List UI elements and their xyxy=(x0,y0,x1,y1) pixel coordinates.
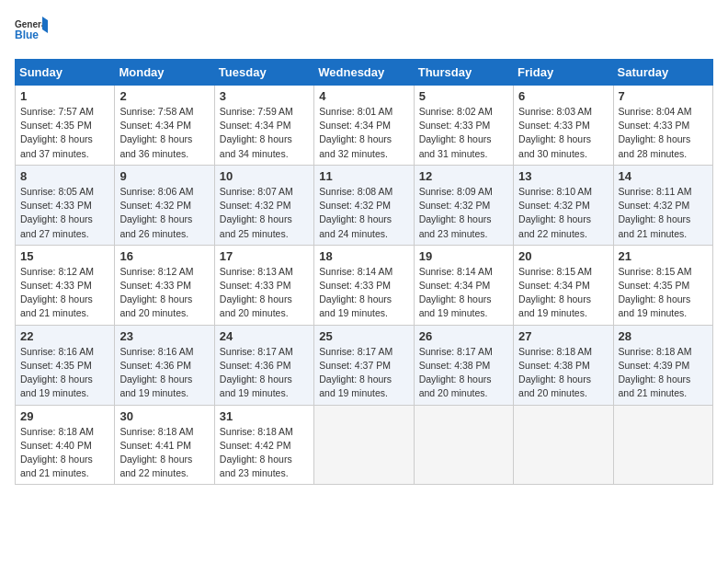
calendar-day-cell: 16Sunrise: 8:12 AM Sunset: 4:33 PM Dayli… xyxy=(115,245,214,325)
logo-container: General Blue xyxy=(15,15,48,48)
day-number: 14 xyxy=(619,169,708,183)
day-info: Sunrise: 8:01 AM Sunset: 4:34 PM Dayligh… xyxy=(319,105,408,161)
day-info: Sunrise: 8:10 AM Sunset: 4:32 PM Dayligh… xyxy=(518,185,608,241)
day-info: Sunrise: 8:03 AM Sunset: 4:33 PM Dayligh… xyxy=(518,105,608,161)
day-number: 4 xyxy=(319,89,408,103)
day-info: Sunrise: 8:14 AM Sunset: 4:34 PM Dayligh… xyxy=(419,265,508,321)
calendar-day-cell: 31Sunrise: 8:18 AM Sunset: 4:42 PM Dayli… xyxy=(214,405,313,485)
day-number: 20 xyxy=(518,249,608,263)
calendar-day-cell: 20Sunrise: 8:15 AM Sunset: 4:34 PM Dayli… xyxy=(514,245,613,325)
day-info: Sunrise: 8:17 AM Sunset: 4:36 PM Dayligh… xyxy=(220,345,309,401)
day-info: Sunrise: 8:18 AM Sunset: 4:39 PM Dayligh… xyxy=(619,345,708,401)
day-info: Sunrise: 8:17 AM Sunset: 4:38 PM Dayligh… xyxy=(419,345,508,401)
day-number: 28 xyxy=(619,329,708,343)
calendar-day-cell: 10Sunrise: 8:07 AM Sunset: 4:32 PM Dayli… xyxy=(214,165,313,245)
day-info: Sunrise: 8:15 AM Sunset: 4:35 PM Dayligh… xyxy=(619,265,708,321)
calendar-day-cell xyxy=(514,405,613,485)
day-number: 6 xyxy=(518,89,608,103)
calendar-day-cell: 1Sunrise: 7:57 AM Sunset: 4:35 PM Daylig… xyxy=(16,86,115,166)
day-number: 31 xyxy=(220,409,309,423)
day-info: Sunrise: 8:15 AM Sunset: 4:34 PM Dayligh… xyxy=(518,265,608,321)
calendar-day-cell: 29Sunrise: 8:18 AM Sunset: 4:40 PM Dayli… xyxy=(16,405,115,485)
weekday-header-friday: Friday xyxy=(514,60,613,86)
day-number: 15 xyxy=(20,249,109,263)
day-info: Sunrise: 8:18 AM Sunset: 4:41 PM Dayligh… xyxy=(119,425,209,481)
day-info: Sunrise: 8:05 AM Sunset: 4:33 PM Dayligh… xyxy=(20,185,109,241)
day-info: Sunrise: 8:06 AM Sunset: 4:32 PM Dayligh… xyxy=(119,185,209,241)
day-number: 30 xyxy=(119,409,209,423)
day-info: Sunrise: 7:59 AM Sunset: 4:34 PM Dayligh… xyxy=(220,105,309,161)
day-info: Sunrise: 8:13 AM Sunset: 4:33 PM Dayligh… xyxy=(220,265,309,321)
day-number: 24 xyxy=(220,329,309,343)
day-info: Sunrise: 8:02 AM Sunset: 4:33 PM Dayligh… xyxy=(419,105,508,161)
day-number: 23 xyxy=(119,329,209,343)
weekday-header-thursday: Thursday xyxy=(414,60,513,86)
calendar-day-cell: 13Sunrise: 8:10 AM Sunset: 4:32 PM Dayli… xyxy=(514,165,613,245)
logo: General Blue xyxy=(15,15,48,48)
page-header: General Blue xyxy=(15,15,713,48)
calendar-day-cell: 23Sunrise: 8:16 AM Sunset: 4:36 PM Dayli… xyxy=(115,325,214,405)
day-number: 17 xyxy=(220,249,309,263)
calendar-day-cell: 25Sunrise: 8:17 AM Sunset: 4:37 PM Dayli… xyxy=(314,325,414,405)
calendar-day-cell: 26Sunrise: 8:17 AM Sunset: 4:38 PM Dayli… xyxy=(414,325,513,405)
day-info: Sunrise: 8:08 AM Sunset: 4:32 PM Dayligh… xyxy=(319,185,408,241)
day-info: Sunrise: 7:58 AM Sunset: 4:34 PM Dayligh… xyxy=(119,105,209,161)
weekday-header-saturday: Saturday xyxy=(613,60,712,86)
day-info: Sunrise: 8:11 AM Sunset: 4:32 PM Dayligh… xyxy=(619,185,708,241)
calendar-day-cell: 9Sunrise: 8:06 AM Sunset: 4:32 PM Daylig… xyxy=(115,165,214,245)
calendar-week-row: 22Sunrise: 8:16 AM Sunset: 4:35 PM Dayli… xyxy=(16,325,713,405)
calendar-day-cell xyxy=(314,405,414,485)
day-info: Sunrise: 8:07 AM Sunset: 4:32 PM Dayligh… xyxy=(220,185,309,241)
weekday-header-monday: Monday xyxy=(115,60,214,86)
calendar-table: SundayMondayTuesdayWednesdayThursdayFrid… xyxy=(15,59,713,485)
day-info: Sunrise: 8:12 AM Sunset: 4:33 PM Dayligh… xyxy=(119,265,209,321)
calendar-day-cell: 18Sunrise: 8:14 AM Sunset: 4:33 PM Dayli… xyxy=(314,245,414,325)
day-number: 19 xyxy=(419,249,508,263)
day-info: Sunrise: 8:09 AM Sunset: 4:32 PM Dayligh… xyxy=(419,185,508,241)
calendar-week-row: 15Sunrise: 8:12 AM Sunset: 4:33 PM Dayli… xyxy=(16,245,713,325)
calendar-week-row: 29Sunrise: 8:18 AM Sunset: 4:40 PM Dayli… xyxy=(16,405,713,485)
day-info: Sunrise: 8:16 AM Sunset: 4:36 PM Dayligh… xyxy=(119,345,209,401)
day-info: Sunrise: 8:18 AM Sunset: 4:42 PM Dayligh… xyxy=(220,425,309,481)
day-number: 18 xyxy=(319,249,408,263)
day-number: 21 xyxy=(619,249,708,263)
day-number: 3 xyxy=(220,89,309,103)
svg-text:Blue: Blue xyxy=(15,29,39,41)
calendar-day-cell: 30Sunrise: 8:18 AM Sunset: 4:41 PM Dayli… xyxy=(115,405,214,485)
day-info: Sunrise: 8:12 AM Sunset: 4:33 PM Dayligh… xyxy=(20,265,109,321)
weekday-header-row: SundayMondayTuesdayWednesdayThursdayFrid… xyxy=(16,60,713,86)
day-info: Sunrise: 8:18 AM Sunset: 4:40 PM Dayligh… xyxy=(20,425,109,481)
day-number: 5 xyxy=(419,89,508,103)
calendar-week-row: 8Sunrise: 8:05 AM Sunset: 4:33 PM Daylig… xyxy=(16,165,713,245)
day-number: 8 xyxy=(20,169,109,183)
weekday-header-sunday: Sunday xyxy=(16,60,115,86)
logo-icon: General Blue xyxy=(15,15,48,48)
calendar-day-cell: 17Sunrise: 8:13 AM Sunset: 4:33 PM Dayli… xyxy=(214,245,313,325)
day-number: 25 xyxy=(319,329,408,343)
day-info: Sunrise: 8:16 AM Sunset: 4:35 PM Dayligh… xyxy=(20,345,109,401)
calendar-day-cell xyxy=(613,405,712,485)
calendar-day-cell: 3Sunrise: 7:59 AM Sunset: 4:34 PM Daylig… xyxy=(214,86,313,166)
weekday-header-tuesday: Tuesday xyxy=(214,60,313,86)
calendar-week-row: 1Sunrise: 7:57 AM Sunset: 4:35 PM Daylig… xyxy=(16,86,713,166)
calendar-day-cell: 28Sunrise: 8:18 AM Sunset: 4:39 PM Dayli… xyxy=(613,325,712,405)
day-info: Sunrise: 8:04 AM Sunset: 4:33 PM Dayligh… xyxy=(619,105,708,161)
calendar-day-cell: 2Sunrise: 7:58 AM Sunset: 4:34 PM Daylig… xyxy=(115,86,214,166)
day-number: 26 xyxy=(419,329,508,343)
day-info: Sunrise: 7:57 AM Sunset: 4:35 PM Dayligh… xyxy=(20,105,109,161)
calendar-day-cell: 8Sunrise: 8:05 AM Sunset: 4:33 PM Daylig… xyxy=(16,165,115,245)
weekday-header-wednesday: Wednesday xyxy=(314,60,414,86)
calendar-day-cell: 6Sunrise: 8:03 AM Sunset: 4:33 PM Daylig… xyxy=(514,86,613,166)
calendar-day-cell xyxy=(414,405,513,485)
calendar-day-cell: 15Sunrise: 8:12 AM Sunset: 4:33 PM Dayli… xyxy=(16,245,115,325)
calendar-day-cell: 21Sunrise: 8:15 AM Sunset: 4:35 PM Dayli… xyxy=(613,245,712,325)
day-number: 11 xyxy=(319,169,408,183)
calendar-day-cell: 7Sunrise: 8:04 AM Sunset: 4:33 PM Daylig… xyxy=(613,86,712,166)
day-number: 22 xyxy=(20,329,109,343)
calendar-day-cell: 24Sunrise: 8:17 AM Sunset: 4:36 PM Dayli… xyxy=(214,325,313,405)
day-number: 13 xyxy=(518,169,608,183)
day-number: 16 xyxy=(119,249,209,263)
day-number: 1 xyxy=(20,89,109,103)
calendar-day-cell: 14Sunrise: 8:11 AM Sunset: 4:32 PM Dayli… xyxy=(613,165,712,245)
day-info: Sunrise: 8:18 AM Sunset: 4:38 PM Dayligh… xyxy=(518,345,608,401)
